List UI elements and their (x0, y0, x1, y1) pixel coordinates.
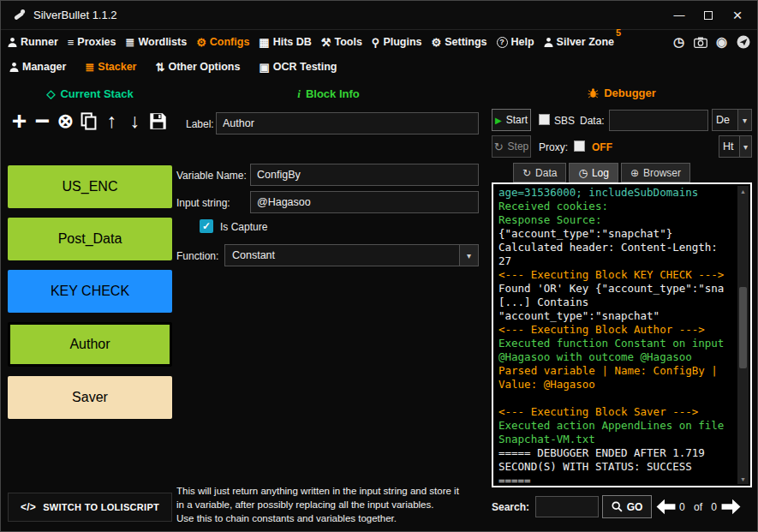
save-config-button[interactable] (148, 105, 168, 136)
minimize-button[interactable]: — (665, 3, 694, 28)
step-button[interactable]: ↻ Step (492, 135, 531, 158)
log-line: ===== (498, 474, 735, 484)
nav-wordlists[interactable]: ≣ Wordlists (126, 36, 188, 48)
scrollbar-thumb[interactable] (739, 287, 747, 368)
nav-hits-db[interactable]: ▦ Hits DB (259, 36, 311, 48)
tab-browser[interactable]: ⊕ Browser (621, 163, 690, 182)
data-input[interactable] (609, 110, 708, 131)
log-line: Found 'OR' Key {"account_type":"sna (498, 282, 735, 296)
scroll-down-icon[interactable]: ▼ (737, 474, 749, 484)
tab-browser-label: Browser (643, 167, 681, 179)
duplicate-block-button[interactable] (79, 105, 98, 136)
log-line (498, 392, 735, 405)
log-line: <--- Executing Block KEY CHECK ---> (498, 268, 735, 282)
maximize-button[interactable] (694, 3, 723, 28)
subnav-other-options[interactable]: ⇅ Other Options (156, 61, 241, 73)
nav-plugins-label: Plugins (383, 36, 421, 48)
nav-settings[interactable]: ⚙ Settings (432, 36, 487, 48)
log-line: age=31536000; includeSubDomains (498, 186, 735, 200)
stack-block-key-check[interactable]: KEY CHECK (8, 270, 172, 313)
block-description-line: This will just return anything written i… (176, 485, 485, 499)
is-capture-checkbox[interactable]: ✓ (200, 219, 213, 233)
tab-log-label: Log (592, 167, 609, 179)
function-caption: Function: (176, 250, 218, 262)
wordlist-type-value: De (713, 114, 737, 126)
proxy-checkbox[interactable] (574, 140, 585, 152)
scroll-up-icon[interactable]: ▲ (737, 186, 749, 196)
nav-proxies[interactable]: ≡ Proxies (68, 36, 116, 48)
record-icon[interactable]: ◉ (714, 34, 729, 50)
variable-name-input[interactable] (250, 164, 479, 186)
settings-gear-icon: ⚙ (432, 37, 442, 48)
match-counter: 0 of 0 (679, 501, 717, 513)
history-icon[interactable]: ◷ (671, 34, 686, 50)
nav-runner-label: Runner (21, 36, 58, 48)
search-input[interactable] (535, 496, 599, 517)
log-scrollbar[interactable]: ▲ ▼ (737, 186, 749, 484)
chevron-down-icon[interactable]: ▾ (459, 245, 478, 266)
subnav-manager[interactable]: Manager (9, 61, 66, 73)
remove-block-button[interactable]: − (33, 105, 52, 136)
nav-silver-zone-label: Silver Zone (557, 36, 614, 48)
log-line: Executed action AppendLines on file (498, 419, 735, 433)
log-line: [...] Contains (498, 296, 735, 309)
input-string-input[interactable] (250, 191, 479, 213)
log-line: Calculated header: Content-Length: (498, 241, 735, 254)
subnav-ocr-testing[interactable]: ▣ OCR Testing (259, 61, 337, 73)
block-description-line: Use this to chain constants and variable… (176, 512, 485, 526)
match-counter-current: 0 (679, 501, 685, 513)
nav-help-label: Help (511, 36, 534, 48)
move-down-button[interactable]: ↓ (125, 105, 145, 136)
sbs-checkbox[interactable] (539, 114, 550, 125)
titlebar: SilverBullet 1.1.2 — × (1, 1, 757, 30)
nav-runner[interactable]: Runner (8, 36, 58, 48)
nav-proxies-label: Proxies (77, 36, 116, 48)
plug-icon: ⚲ (372, 37, 380, 48)
log-line: <--- Executing Block Author ---> (498, 323, 735, 337)
camera-icon[interactable] (693, 37, 707, 48)
switch-to-loliscript-button[interactable]: </> SWITCH TO LOLISCRIPT (8, 493, 172, 522)
log-line: SECOND(S) WITH STATUS: SUCCESS (498, 460, 735, 474)
stack-block-author[interactable]: Author (8, 322, 172, 367)
tab-log[interactable]: ◷ Log (569, 163, 618, 182)
debugger-header: Debugger (485, 87, 758, 99)
chevron-down-icon[interactable]: ▾ (739, 136, 751, 157)
next-match-button[interactable] (720, 498, 742, 516)
go-button[interactable]: GO (602, 495, 652, 518)
previous-match-button[interactable] (655, 498, 677, 516)
sbs-label: SBS (554, 115, 575, 127)
telegram-icon[interactable] (736, 35, 750, 49)
gear-icon: ⚙ (196, 37, 206, 48)
nav-configs[interactable]: ⚙ Configs (196, 36, 249, 48)
nav-quick-icons: ◷ ◉ (671, 34, 750, 50)
app-logo-icon (9, 6, 28, 25)
start-button[interactable]: ▶ Start (492, 109, 531, 131)
nav-wordlists-label: Wordlists (138, 36, 187, 48)
nav-help[interactable]: ? Help (497, 36, 534, 48)
subnav-manager-label: Manager (22, 61, 66, 73)
label-input[interactable] (216, 112, 479, 134)
log-lines: age=31536000; includeSubDomainsReceived … (498, 186, 735, 484)
check-icon: ✓ (202, 220, 211, 232)
stack-block-post_data[interactable]: Post_Data (8, 218, 172, 260)
subnav-stacker[interactable]: ≣ Stacker (85, 61, 136, 73)
nav-configs-label: Configs (210, 36, 250, 48)
function-dropdown[interactable]: Constant ▾ (224, 244, 479, 266)
log-line: {"account_type":"snapchat"} (498, 227, 735, 241)
chevron-down-icon[interactable]: ▾ (737, 110, 751, 130)
nav-silver-zone[interactable]: Silver Zone 5 (544, 36, 614, 48)
add-block-button[interactable]: + (9, 105, 29, 136)
close-button[interactable]: × (723, 3, 752, 28)
wordlist-type-dropdown[interactable]: De ▾ (712, 109, 752, 131)
log-line: Received cookies: (498, 200, 735, 213)
move-up-button[interactable]: ↑ (102, 105, 122, 136)
tab-data[interactable]: ↻ Data (513, 163, 566, 182)
step-label: Step (508, 140, 529, 152)
block-description-line: in a variable, after possibly replacing … (176, 499, 485, 512)
nav-plugins[interactable]: ⚲ Plugins (372, 36, 422, 48)
stack-block-us_enc[interactable]: US_ENC (8, 165, 172, 208)
proxy-type-dropdown[interactable]: Ht ▾ (719, 135, 752, 158)
clear-stack-button[interactable]: ⊗ (56, 105, 75, 136)
nav-tools[interactable]: ⚒ Tools (321, 36, 362, 48)
stack-block-saver[interactable]: Saver (8, 376, 172, 419)
